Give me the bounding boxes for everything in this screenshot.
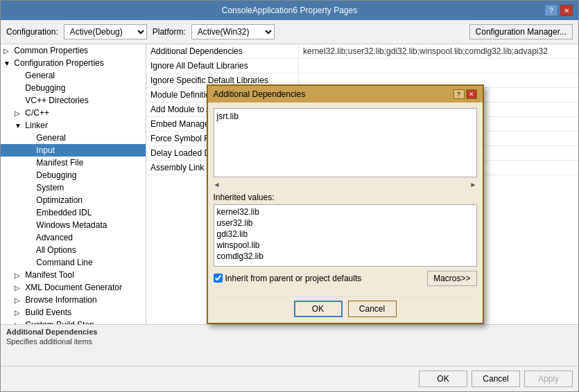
tree-label: All Options xyxy=(36,245,76,255)
property-row-ignore-all: Ignore All Default Libraries xyxy=(146,59,578,73)
config-select[interactable]: Active(Debug) xyxy=(64,24,147,39)
inherited-item-winspool: winspool.lib xyxy=(217,240,474,251)
tree-label: Linker xyxy=(25,121,48,130)
inherit-label: Inherit from parent or project defaults xyxy=(225,274,362,283)
tree-item-xml-doc[interactable]: ▷ XML Document Generator xyxy=(1,281,146,294)
additional-dependencies-dialog: Additional Dependencies ? ✕ jsrt.lib ◄ ►… xyxy=(207,84,484,324)
config-manager-button[interactable]: Configuration Manager... xyxy=(469,24,573,39)
tree-label: Build Events xyxy=(25,308,71,317)
config-bar: Configuration: Active(Debug) Platform: A… xyxy=(1,20,578,44)
expand-arrow: ▷ xyxy=(15,271,23,279)
inherited-item-gdi32: gdi32.lib xyxy=(217,229,474,240)
tree-label: VC++ Directories xyxy=(25,96,88,105)
tree-item-system[interactable]: System xyxy=(1,181,146,194)
dialog-close-button[interactable]: ✕ xyxy=(466,89,477,99)
platform-select[interactable]: Active(Win32) xyxy=(191,24,275,39)
dependencies-textarea[interactable]: jsrt.lib xyxy=(214,108,477,177)
expand-arrow: ▼ xyxy=(15,122,23,130)
inherited-list: kernel32.lib user32.lib gdi32.lib winspo… xyxy=(214,204,477,267)
dialog-title-controls: ? ✕ xyxy=(453,89,477,99)
tree-label: Windows Metadata xyxy=(36,220,107,230)
tree-item-common-properties[interactable]: ▷ Common Properties xyxy=(1,44,146,57)
bottom-section-title: Additional Dependencies xyxy=(6,328,573,336)
help-button[interactable]: ? xyxy=(545,5,558,16)
property-value xyxy=(299,78,578,82)
tree-label: XML Document Generator xyxy=(25,283,122,292)
config-label: Configuration: xyxy=(6,27,58,37)
tree-label: Manifest Tool xyxy=(25,270,74,280)
dialog-title: Additional Dependencies xyxy=(214,89,306,99)
tree-item-vc-dirs[interactable]: VC++ Directories xyxy=(1,94,146,107)
tree-item-build-events[interactable]: ▷ Build Events xyxy=(1,306,146,319)
title-bar: ConsoleApplication6 Property Pages ? ✕ xyxy=(1,1,578,20)
property-row-additional-deps: Additional Dependencies kernel32.lib;use… xyxy=(146,44,578,59)
tree-label: C/C++ xyxy=(25,108,49,118)
tree-item-command-line[interactable]: Command Line xyxy=(1,256,146,269)
tree-item-embedded-idl[interactable]: Embedded IDL xyxy=(1,206,146,219)
dialog-footer: OK Cancel xyxy=(208,296,483,323)
expand-arrow: ▷ xyxy=(15,296,23,304)
tree-item-linker-general[interactable]: General xyxy=(1,132,146,144)
expand-arrow: ▷ xyxy=(15,309,23,317)
close-button[interactable]: ✕ xyxy=(560,5,573,16)
tree-item-windows-metadata[interactable]: Windows Metadata xyxy=(1,219,146,231)
tree-item-linker-debug[interactable]: Debugging xyxy=(1,169,146,181)
tree-label: Browse Information xyxy=(25,295,96,305)
tree-item-advanced[interactable]: Advanced xyxy=(1,231,146,244)
tree-item-linker[interactable]: ▼ Linker xyxy=(1,119,146,132)
tree-item-linker-input[interactable]: Input xyxy=(1,144,146,157)
scroll-hint: ◄ ► xyxy=(214,181,477,188)
bottom-description: Specifies additional items xyxy=(6,337,573,346)
tree-item-general[interactable]: General xyxy=(1,69,146,82)
tree-item-optimization[interactable]: Optimization xyxy=(1,194,146,206)
property-value xyxy=(299,64,578,68)
footer-buttons: OK Cancel Apply xyxy=(1,366,578,391)
tree-label: System xyxy=(36,183,64,193)
inherited-label: Inherited values: xyxy=(214,193,477,202)
expand-arrow: ▷ xyxy=(3,47,12,55)
tree-label: Debugging xyxy=(36,170,76,180)
inherited-item-user32: user32.lib xyxy=(217,217,474,229)
tree-item-all-options[interactable]: All Options xyxy=(1,244,146,256)
tree-item-config-properties[interactable]: ▼ Configuration Properties xyxy=(1,57,146,69)
tree-label: Embedded IDL xyxy=(36,208,92,217)
window-title: ConsoleApplication6 Property Pages xyxy=(34,6,545,15)
tree-label: Advanced xyxy=(36,233,73,242)
dialog-help-button[interactable]: ? xyxy=(453,89,465,99)
tree-label: Optimization xyxy=(36,195,83,205)
expand-arrow: ▷ xyxy=(15,284,23,292)
apply-button[interactable]: Apply xyxy=(524,371,573,387)
dialog-ok-button[interactable]: OK xyxy=(294,301,343,317)
tree-label: General xyxy=(25,71,55,80)
left-panel: ▷ Common Properties ▼ Configuration Prop… xyxy=(1,44,146,324)
tree-label: General xyxy=(36,133,66,143)
tree-label: Manifest File xyxy=(36,158,83,168)
dialog-cancel-button[interactable]: Cancel xyxy=(348,301,397,317)
tree-label: Configuration Properties xyxy=(14,58,103,68)
tree-item-browse-info[interactable]: ▷ Browse Information xyxy=(1,294,146,306)
tree-item-manifest-file[interactable]: Manifest File xyxy=(1,157,146,169)
tree-item-debugging[interactable]: Debugging xyxy=(1,82,146,94)
inherit-checkbox[interactable] xyxy=(214,274,223,283)
scroll-right-icon: ► xyxy=(470,181,477,188)
property-value: kernel32.lib;user32.lib;gdi32.lib;winspo… xyxy=(299,44,578,58)
main-container: ▷ Common Properties ▼ Configuration Prop… xyxy=(1,44,578,391)
tree-item-cpp[interactable]: ▷ C/C++ xyxy=(1,107,146,119)
ok-button[interactable]: OK xyxy=(419,371,467,387)
bottom-bar: Additional Dependencies Specifies additi… xyxy=(1,324,578,366)
tree-label: Command Line xyxy=(36,258,92,267)
main-window: ConsoleApplication6 Property Pages ? ✕ C… xyxy=(0,0,579,392)
property-name: Ignore All Default Libraries xyxy=(146,59,299,73)
cancel-button[interactable]: Cancel xyxy=(472,371,520,387)
tree-label: Input xyxy=(36,145,55,155)
title-bar-controls: ? ✕ xyxy=(545,5,573,16)
macros-button[interactable]: Macros>> xyxy=(427,271,476,286)
tree-item-custom-build-step[interactable]: ▷ Custom Build Step xyxy=(1,319,146,324)
property-name: Additional Dependencies xyxy=(146,44,299,58)
tree-item-manifest-tool[interactable]: ▷ Manifest Tool xyxy=(1,269,146,281)
checkbox-row: Inherit from parent or project defaults … xyxy=(214,271,477,286)
tree-label: Debugging xyxy=(25,83,65,93)
scroll-left-icon: ◄ xyxy=(214,181,221,188)
platform-label: Platform: xyxy=(153,27,186,37)
expand-arrow: ▷ xyxy=(15,109,23,117)
